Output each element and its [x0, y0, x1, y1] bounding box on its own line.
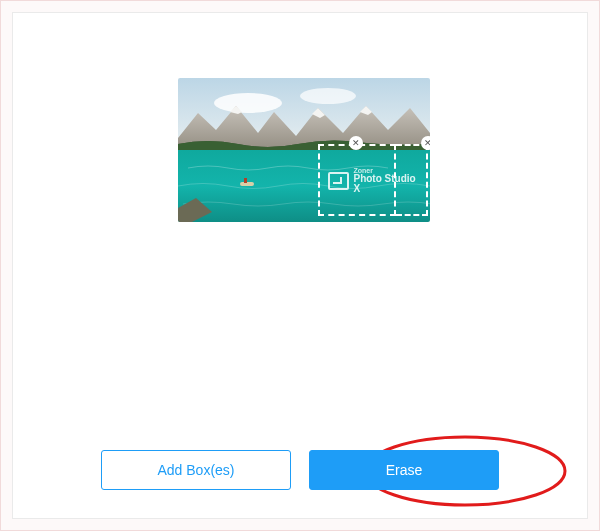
add-box-label: Add Box(es) — [157, 462, 234, 478]
svg-point-1 — [214, 93, 282, 113]
close-icon: ✕ — [424, 139, 430, 148]
selection-box-2[interactable] — [396, 144, 428, 216]
selection-close-handle-1[interactable]: ✕ — [349, 136, 363, 150]
app-frame: Zoner Photo Studio X ✕ ✕ Ad — [0, 0, 600, 531]
action-bar: Add Box(es) Erase — [13, 450, 587, 490]
add-box-button[interactable]: Add Box(es) — [101, 450, 291, 490]
close-icon: ✕ — [352, 139, 360, 148]
erase-label: Erase — [386, 462, 423, 478]
svg-point-2 — [300, 88, 356, 104]
editor-panel: Zoner Photo Studio X ✕ ✕ Ad — [12, 12, 588, 519]
image-canvas[interactable]: Zoner Photo Studio X ✕ ✕ — [178, 78, 430, 222]
svg-rect-5 — [244, 178, 247, 183]
erase-button[interactable]: Erase — [309, 450, 499, 490]
selection-box-1[interactable] — [318, 144, 396, 216]
selection-close-handle-2[interactable]: ✕ — [421, 136, 430, 150]
